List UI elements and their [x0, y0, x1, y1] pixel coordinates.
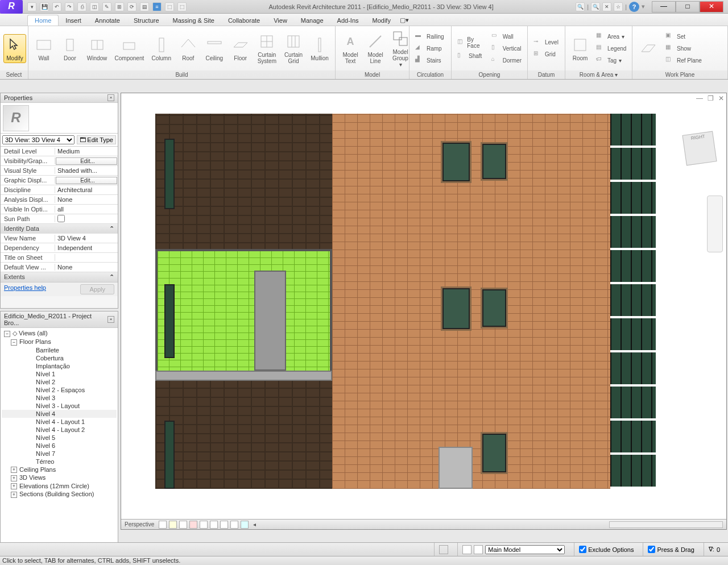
tree-item[interactable]: Nível 6	[2, 442, 117, 450]
grid-button[interactable]: ⊞Grid	[531, 49, 561, 60]
area-button[interactable]: ▦Area ▾	[594, 31, 628, 42]
modify-button[interactable]: Modify	[3, 34, 26, 63]
curtain-system-button[interactable]: CurtainSystem	[255, 31, 279, 65]
undo-icon[interactable]: ↶	[52, 2, 61, 11]
properties-header[interactable]: Properties ×	[1, 93, 118, 103]
view-mode-label[interactable]: Perspective	[125, 521, 154, 527]
sync-icon[interactable]: ⟳	[127, 2, 136, 11]
print-icon[interactable]: ⎙	[77, 2, 86, 11]
design-options-icon2[interactable]	[474, 545, 483, 554]
tab-addins[interactable]: Add-Ins	[330, 15, 366, 26]
qat-icon[interactable]: ▤	[140, 2, 149, 11]
apply-button[interactable]: Apply	[80, 284, 114, 294]
property-row[interactable]: Visibility/Grap...Edit...	[1, 156, 118, 166]
tab-modify[interactable]: Modify	[366, 15, 398, 26]
save-icon[interactable]: 💾	[40, 2, 49, 11]
property-row[interactable]: DependencyIndependent	[1, 243, 118, 253]
shaft-button[interactable]: ▯Shaft	[455, 51, 487, 62]
search-icon[interactable]: 🔍	[591, 2, 600, 11]
property-row[interactable]: Visible In Opti...all	[1, 205, 118, 214]
tree-item[interactable]: Térreo	[2, 458, 117, 466]
tree-item[interactable]: Nível 7	[2, 450, 117, 458]
unlock-icon[interactable]	[220, 521, 228, 529]
property-row[interactable]: Analysis Displ...None	[1, 195, 118, 205]
tree-item[interactable]: Nível 2	[2, 378, 117, 386]
close-button[interactable]: ✕	[700, 1, 723, 13]
tree-group[interactable]: +3D Views	[2, 473, 117, 482]
property-row[interactable]: View Name3D View 4	[1, 234, 118, 243]
mullion-button[interactable]: Mullion	[308, 35, 332, 63]
qat-icon[interactable]: ⬚	[165, 2, 174, 11]
ramp-button[interactable]: ◢Ramp	[413, 43, 446, 54]
reveal-icon[interactable]	[241, 521, 249, 529]
refplane-button[interactable]: ◫Ref Plane	[663, 55, 704, 66]
ceiling-button[interactable]: Ceiling	[202, 35, 226, 63]
vertical-button[interactable]: ▯Vertical	[489, 43, 524, 54]
minimize-view-icon[interactable]: —	[696, 94, 703, 102]
dormer-button[interactable]: ⌂Dormer	[489, 55, 524, 66]
tree-item[interactable]: Barrilete	[2, 346, 117, 354]
tree-item[interactable]: Nível 4 - Layout 2	[2, 426, 117, 434]
property-row[interactable]: Graphic Displ...Edit...	[1, 176, 118, 185]
tree-item[interactable]: Nível 4 - Layout 1	[2, 418, 117, 426]
wall-opening-button[interactable]: ▭Wall	[489, 31, 524, 42]
property-row[interactable]: Detail LevelMedium	[1, 147, 118, 156]
tree-item[interactable]: Cobertura	[2, 354, 117, 362]
crop-icon[interactable]	[200, 521, 208, 529]
tag-button[interactable]: 🏷Tag ▾	[594, 55, 628, 66]
scene-3d[interactable]	[155, 114, 693, 503]
tab-collaborate[interactable]: Collaborate	[221, 15, 267, 26]
main-model-select[interactable]: Main Model	[485, 545, 565, 554]
qat-icon[interactable]: ✎	[102, 2, 111, 11]
viewport-3d[interactable]: — ❐ ✕ RIGHT Perspective	[121, 93, 727, 530]
properties-help-link[interactable]: Properties help	[4, 284, 46, 294]
exclude-options-checkbox[interactable]	[579, 546, 586, 553]
roof-button[interactable]: Roof	[176, 35, 200, 63]
view-scrollbar[interactable]	[609, 521, 723, 528]
help-icon[interactable]: ?	[629, 2, 639, 12]
window-button[interactable]: Window	[84, 35, 110, 63]
tree-item[interactable]: Nível 3 - Layout	[2, 402, 117, 410]
project-tree[interactable]: −◇ Views (all) −Floor Plans BarrileteCob…	[1, 328, 118, 542]
tree-item[interactable]: Nível 1	[2, 370, 117, 378]
binoculars-icon[interactable]: 🔍	[576, 2, 585, 11]
qat-icon[interactable]: ◫	[90, 2, 99, 11]
tree-item[interactable]: Nível 5	[2, 434, 117, 442]
door-button[interactable]: Door	[58, 35, 82, 63]
column-button[interactable]: Column	[149, 35, 174, 63]
design-options-icon[interactable]	[462, 545, 471, 554]
minimize-button[interactable]: —	[652, 1, 676, 13]
redo-icon[interactable]: ↷	[65, 2, 74, 11]
model-line-button[interactable]: ModelLine	[364, 31, 387, 65]
tree-group[interactable]: +Sections (Building Section)	[2, 490, 117, 498]
property-row[interactable]: Default View ...None	[1, 263, 118, 272]
press-drag-checkbox[interactable]	[648, 546, 655, 553]
close-view-icon[interactable]: ✕	[718, 94, 724, 102]
tree-group[interactable]: +Elevations (12mm Circle)	[2, 482, 117, 491]
tree-item[interactable]: Nível 4	[2, 410, 117, 418]
tree-item[interactable]: Nível 3	[2, 394, 117, 402]
tab-massing[interactable]: Massing & Site	[166, 15, 221, 26]
tab-home[interactable]: Home	[27, 15, 59, 26]
app-logo[interactable]: R	[0, 0, 23, 14]
curtain-grid-button[interactable]: CurtainGrid	[282, 31, 305, 65]
sun-icon[interactable]	[169, 521, 177, 529]
qat-icon[interactable]: ⊞	[115, 2, 124, 11]
render-icon[interactable]	[189, 521, 197, 529]
section-identity[interactable]: Identity Data⌃	[1, 224, 118, 234]
restore-view-icon[interactable]: ❐	[708, 94, 714, 102]
temphide-icon[interactable]	[230, 521, 238, 529]
visual-style-icon[interactable]	[159, 521, 167, 529]
qat-icon[interactable]: ⬚	[177, 2, 187, 11]
comm-icon[interactable]: ✕	[602, 2, 611, 11]
model-group-button[interactable]: ModelGroup ▾	[389, 28, 412, 69]
component-button[interactable]: Component	[112, 35, 146, 63]
tab-structure[interactable]: Structure	[127, 15, 166, 26]
byface-button[interactable]: ◫By Face	[455, 35, 487, 50]
wall-button[interactable]: Wall	[32, 35, 56, 63]
level-button[interactable]: ⊸Level	[531, 37, 561, 48]
qat-icon[interactable]: ≡	[152, 2, 162, 11]
section-extents[interactable]: Extents⌃	[1, 272, 118, 282]
stairs-button[interactable]: ▟Stairs	[413, 55, 446, 66]
crop-region-icon[interactable]	[210, 521, 218, 529]
